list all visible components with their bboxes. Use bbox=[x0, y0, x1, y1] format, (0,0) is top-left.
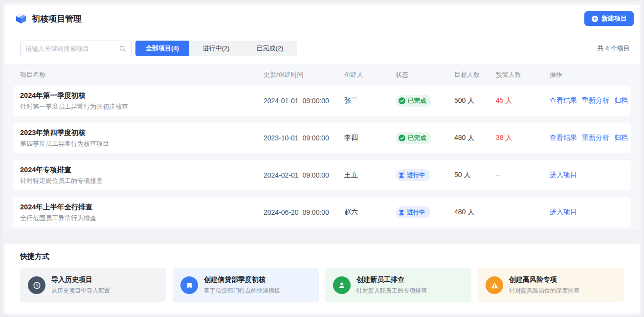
row-actions: 查看结果 重新分析 归档 bbox=[550, 134, 624, 142]
reanalyze-link[interactable]: 重新分析 bbox=[582, 96, 609, 105]
project-time: 2023-10-01 09:00:00 bbox=[264, 134, 344, 142]
hourglass-icon bbox=[399, 209, 404, 216]
project-status-cell: 进行中 bbox=[396, 206, 454, 218]
project-creator: 王五 bbox=[344, 171, 396, 180]
shortcut-title: 创建高风险专项 bbox=[509, 275, 579, 284]
shortcut-description: 从历史项目中导入配置 bbox=[51, 287, 110, 295]
table-row: 2024年第一季度初核 针对第一季度员工异常行为的初步核查 2024-01-01… bbox=[13, 86, 631, 116]
main-panel: 初核项目管理 新建项目 全部项目(4) 进行中(2) bbox=[4, 4, 640, 230]
warning-count: – bbox=[496, 171, 550, 179]
shortcuts-panel: 快捷方式 导入历史项目 从历史项目中导入配置 创建信贷部季度初核 bbox=[4, 244, 640, 314]
view-results-link[interactable]: 查看结果 bbox=[550, 96, 577, 105]
status-label: 已完成 bbox=[408, 134, 426, 142]
tab-completed[interactable]: 已完成(2) bbox=[243, 41, 297, 56]
shortcut-credit-quarterly[interactable]: 创建信贷部季度初核 基于信贷部门特点的快速模板 bbox=[173, 268, 319, 302]
project-description: 第四季度员工异常行为核查项目 bbox=[20, 140, 264, 148]
shortcut-text: 导入历史项目 从历史项目中导入配置 bbox=[51, 275, 110, 295]
view-results-link[interactable]: 查看结果 bbox=[550, 134, 577, 142]
shortcuts-title: 快捷方式 bbox=[20, 252, 624, 261]
project-creator: 赵六 bbox=[344, 208, 396, 217]
clock-icon bbox=[28, 276, 45, 294]
project-status-cell: 已完成 bbox=[396, 95, 454, 107]
row-actions: 查看结果 重新分析 归档 bbox=[550, 96, 624, 105]
shortcut-text: 创建高风险专项 针对高风险岗位的深度排查 bbox=[509, 275, 579, 295]
shortcut-high-risk[interactable]: 创建高风险专项 针对高风险岗位的深度排查 bbox=[478, 268, 624, 302]
shortcut-description: 针对高风险岗位的深度排查 bbox=[509, 287, 579, 295]
shortcut-description: 针对新入职员工的专项排查 bbox=[356, 287, 427, 295]
new-project-button[interactable]: 新建项目 bbox=[584, 11, 634, 26]
shortcut-import-history[interactable]: 导入历史项目 从历史项目中导入配置 bbox=[20, 268, 166, 302]
project-name: 2024年第一季度初核 bbox=[20, 91, 264, 100]
project-filter-tabs: 全部项目(4) 进行中(2) 已完成(2) bbox=[135, 41, 297, 56]
filter-bar: 全部项目(4) 进行中(2) 已完成(2) 共 4 个项目 bbox=[4, 33, 640, 64]
col-header-target: 目标人数 bbox=[454, 70, 496, 79]
archive-link[interactable]: 归档 bbox=[614, 96, 628, 105]
project-name: 2024年专项排查 bbox=[20, 166, 264, 174]
check-circle-icon bbox=[399, 135, 405, 141]
project-description: 针对特定岗位员工的专项排查 bbox=[20, 177, 264, 185]
warning-count: 45 人 bbox=[496, 96, 550, 105]
shortcut-text: 创建新员工排查 针对新入职员工的专项排查 bbox=[356, 275, 427, 295]
page-header: 初核项目管理 新建项目 bbox=[4, 4, 640, 33]
table-header-row: 项目名称 更新/创建时间 创建人 状态 目标人数 预警人数 操作 bbox=[13, 64, 631, 86]
col-header-time: 更新/创建时间 bbox=[264, 70, 344, 79]
tab-all-projects[interactable]: 全部项目(4) bbox=[135, 41, 189, 56]
enter-project-link[interactable]: 进入项目 bbox=[550, 208, 577, 217]
col-header-creator: 创建人 bbox=[344, 70, 396, 79]
enter-project-link[interactable]: 进入项目 bbox=[550, 171, 577, 180]
row-actions: 进入项目 bbox=[550, 208, 624, 217]
shortcut-text: 创建信贷部季度初核 基于信贷部门特点的快速模板 bbox=[204, 275, 280, 295]
hourglass-icon bbox=[399, 172, 404, 179]
project-status-cell: 已完成 bbox=[396, 132, 454, 144]
project-time: 2024-06-20 09:00:00 bbox=[264, 208, 344, 216]
shortcut-description: 基于信贷部门特点的快速模板 bbox=[204, 287, 280, 295]
project-description: 针对第一季度员工异常行为的初步核查 bbox=[20, 103, 264, 111]
status-label: 进行中 bbox=[407, 208, 425, 217]
shortcuts-list: 导入历史项目 从历史项目中导入配置 创建信贷部季度初核 基于信贷部门特点的快速模… bbox=[20, 268, 624, 302]
status-label: 已完成 bbox=[408, 97, 426, 105]
project-description: 全行范围员工异常行为排查 bbox=[20, 214, 264, 222]
project-name: 2024年上半年全行排查 bbox=[20, 203, 264, 211]
warning-count: – bbox=[496, 208, 550, 216]
total-count: 共 4 个项目 bbox=[598, 44, 630, 53]
shortcut-new-employee[interactable]: 创建新员工排查 针对新入职员工的专项排查 bbox=[325, 268, 471, 302]
project-name-cell: 2024年第一季度初核 针对第一季度员工异常行为的初步核查 bbox=[20, 91, 264, 111]
status-badge: 已完成 bbox=[396, 95, 431, 107]
status-badge: 已完成 bbox=[396, 132, 431, 144]
project-name: 2023年第四季度初核 bbox=[20, 129, 264, 137]
new-project-label: 新建项目 bbox=[601, 14, 627, 23]
table-row: 2024年上半年全行排查 全行范围员工异常行为排查 2024-06-20 09:… bbox=[13, 197, 631, 227]
tab-in-progress[interactable]: 进行中(2) bbox=[189, 41, 243, 56]
bookmark-icon bbox=[180, 276, 198, 294]
page-title: 初核项目管理 bbox=[32, 13, 82, 24]
row-actions: 进入项目 bbox=[550, 171, 624, 180]
project-name-cell: 2024年上半年全行排查 全行范围员工异常行为排查 bbox=[20, 203, 264, 222]
shortcut-title: 导入历史项目 bbox=[51, 275, 110, 284]
project-time: 2024-02-01 09:00:00 bbox=[264, 171, 344, 179]
search-icon[interactable] bbox=[119, 45, 126, 52]
project-table: 项目名称 更新/创建时间 创建人 状态 目标人数 预警人数 操作 2024年第一… bbox=[4, 64, 640, 230]
col-header-warning: 预警人数 bbox=[496, 70, 550, 79]
status-label: 进行中 bbox=[407, 171, 425, 180]
table-row: 2024年专项排查 针对特定岗位员工的专项排查 2024-02-01 09:00… bbox=[13, 160, 631, 190]
project-creator: 张三 bbox=[344, 96, 396, 105]
project-name-cell: 2024年专项排查 针对特定岗位员工的专项排查 bbox=[20, 166, 264, 185]
warning-count: 38 人 bbox=[496, 134, 550, 142]
project-creator: 李四 bbox=[344, 134, 396, 142]
shortcut-title: 创建新员工排查 bbox=[356, 275, 427, 284]
archive-link[interactable]: 归档 bbox=[614, 134, 628, 142]
project-status-cell: 进行中 bbox=[396, 169, 454, 181]
search-box bbox=[20, 41, 132, 56]
reanalyze-link[interactable]: 重新分析 bbox=[582, 134, 609, 142]
project-name-cell: 2023年第四季度初核 第四季度员工异常行为核查项目 bbox=[20, 129, 264, 148]
status-badge: 进行中 bbox=[396, 206, 430, 218]
col-header-name: 项目名称 bbox=[20, 70, 264, 79]
col-header-actions: 操作 bbox=[550, 70, 624, 79]
col-header-status: 状态 bbox=[396, 70, 454, 79]
shortcut-title: 创建信贷部季度初核 bbox=[204, 275, 280, 284]
search-input[interactable] bbox=[25, 45, 119, 52]
target-count: 50 人 bbox=[454, 171, 496, 180]
warning-triangle-icon bbox=[486, 276, 503, 294]
check-circle-icon bbox=[399, 97, 405, 104]
plus-circle-icon bbox=[591, 15, 599, 23]
